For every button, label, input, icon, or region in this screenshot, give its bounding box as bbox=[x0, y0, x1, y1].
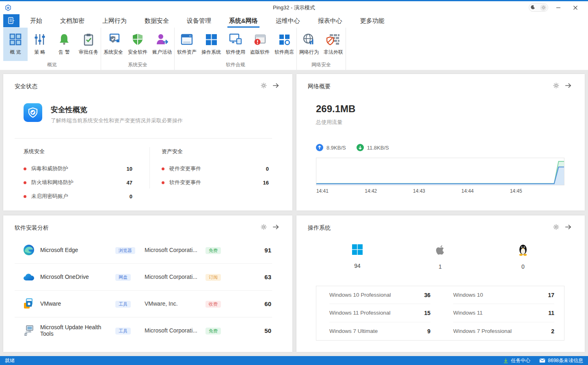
ribbon-item-illegal-connection[interactable]: 非法外联 bbox=[321, 28, 346, 61]
dashboard-content: 安全状态 安全性概览 了解终端当前系统安全性和资产变更情况并采取必要操作 系统安… bbox=[0, 70, 588, 356]
tab-web-behavior[interactable]: 上网行为 bbox=[93, 14, 136, 28]
ribbon-item-label: 软件商店 bbox=[275, 49, 294, 56]
software-row-vmware[interactable]: VMware 工具 VMware, Inc. 收费 60 bbox=[3, 290, 292, 317]
ribbon-item-account-activity[interactable]: 账户活动 bbox=[150, 28, 174, 61]
close-button[interactable] bbox=[569, 2, 582, 13]
ribbon-item-approval-tasks[interactable]: 审批任务 bbox=[76, 28, 101, 61]
tab-system-network[interactable]: 系统&网络 bbox=[220, 14, 267, 28]
upload-speed: 8.9KB/S bbox=[316, 144, 346, 151]
theme-toggle[interactable] bbox=[529, 3, 548, 12]
red-dot-icon bbox=[24, 181, 26, 184]
titlebar: Ping32 - 演示模式 bbox=[0, 1, 588, 14]
ribbon-group-label: 系统安全 bbox=[101, 61, 174, 70]
ribbon-item-software-store[interactable]: 软件商店 bbox=[272, 28, 296, 61]
arrow-right-icon[interactable] bbox=[272, 224, 279, 232]
os-version-row: Windows 10 17 bbox=[453, 286, 554, 304]
overview-grid-icon bbox=[9, 33, 22, 46]
security-stat-row[interactable]: 防火墙和网络防护 47 bbox=[24, 176, 132, 189]
download-speed-value: 11.8KB/S bbox=[367, 145, 389, 151]
tab-ops-center[interactable]: 运维中心 bbox=[267, 14, 309, 28]
stat-label: 病毒和威胁防护 bbox=[31, 165, 127, 172]
stat-value: 0 bbox=[130, 193, 132, 200]
ribbon-item-pirated-software[interactable]: 盗版软件 bbox=[248, 28, 272, 61]
chart-tick-label: 14:42 bbox=[365, 188, 377, 194]
software-row-edge[interactable]: Microsoft Edge 浏览器 Microsoft Corporati..… bbox=[3, 237, 292, 263]
platform-windows: 94 bbox=[316, 244, 399, 270]
sun-icon bbox=[540, 4, 547, 11]
platform-count: 1 bbox=[439, 263, 442, 270]
red-dot-icon bbox=[162, 181, 164, 184]
ribbon-item-operating-system[interactable]: 操作系统 bbox=[199, 28, 223, 61]
arrow-right-icon[interactable] bbox=[564, 82, 572, 91]
os-version-count: 2 bbox=[551, 328, 554, 335]
ribbon-item-label: 告 警 bbox=[58, 49, 69, 56]
license-tag: 订阅 bbox=[205, 274, 221, 281]
user-activity-icon bbox=[155, 33, 169, 46]
platform-count: 0 bbox=[521, 263, 525, 270]
traffic-chart[interactable] bbox=[316, 158, 564, 185]
gear-icon[interactable] bbox=[260, 224, 267, 232]
ribbon-group-network-security: 网络行为 非法外联 网络安全 bbox=[297, 28, 346, 70]
gear-icon[interactable] bbox=[260, 82, 267, 91]
security-stat-row[interactable]: 软件变更事件 16 bbox=[162, 176, 269, 189]
os-version-name: Windows 11 bbox=[453, 310, 483, 316]
platform-apple: 1 bbox=[399, 244, 482, 270]
ribbon-item-overview[interactable]: 概 览 bbox=[3, 28, 28, 61]
gear-icon[interactable] bbox=[553, 224, 560, 232]
arrow-right-icon[interactable] bbox=[272, 82, 279, 91]
tab-device-mgmt[interactable]: 设备管理 bbox=[178, 14, 220, 28]
tab-more-features[interactable]: 更多功能 bbox=[351, 14, 393, 28]
ribbon-item-label: 非法外联 bbox=[324, 49, 343, 56]
security-stat-row[interactable]: 未启用密码账户 0 bbox=[24, 189, 132, 203]
task-center-button[interactable]: 任务中心 bbox=[503, 357, 530, 364]
globe-stats-icon bbox=[302, 33, 316, 46]
red-dot-icon bbox=[162, 167, 164, 170]
software-vendor: Microsoft Corporati... bbox=[145, 247, 205, 253]
category-tag: 工具 bbox=[115, 301, 131, 308]
ribbon-item-label: 策 略 bbox=[34, 49, 45, 56]
ribbon-item-alert[interactable]: 告 警 bbox=[52, 28, 76, 61]
arrow-right-icon[interactable] bbox=[564, 224, 572, 232]
os-version-row: Windows 10 Professional 36 bbox=[329, 286, 430, 304]
divider bbox=[149, 147, 150, 189]
tab-report-center[interactable]: 报表中心 bbox=[309, 14, 351, 28]
ribbon-item-software-asset[interactable]: 软件资产 bbox=[175, 28, 199, 61]
security-stat-row[interactable]: 病毒和威胁防护 10 bbox=[24, 162, 132, 176]
ribbon-item-system-security[interactable]: 系统安全 bbox=[101, 28, 125, 61]
unread-messages-button[interactable]: 8698条未读信息 bbox=[539, 357, 583, 364]
stat-label: 防火墙和网络防护 bbox=[31, 179, 127, 186]
ribbon-item-policy[interactable]: 策 略 bbox=[28, 28, 52, 61]
ribbon-item-software-usage[interactable]: 软件使用 bbox=[223, 28, 248, 61]
software-row-onedrive[interactable]: Microsoft OneDrive 网盘 Microsoft Corporat… bbox=[3, 263, 292, 290]
category-tag: 浏览器 bbox=[115, 247, 135, 254]
minimize-button[interactable] bbox=[551, 2, 565, 13]
download-tray-icon bbox=[503, 358, 508, 363]
os-version-name: Windows 7 Professional bbox=[453, 328, 512, 334]
tab-home[interactable]: 开始 bbox=[21, 14, 51, 28]
main-menu-button[interactable] bbox=[3, 14, 19, 27]
onedrive-logo-icon bbox=[23, 273, 35, 281]
panel-title: 安全状态 bbox=[15, 83, 37, 90]
security-stat-row[interactable]: 硬件变更事件 0 bbox=[162, 162, 269, 176]
ribbon-item-label: 盗版软件 bbox=[250, 49, 270, 56]
security-shield-icon bbox=[24, 103, 42, 122]
security-overview-subtitle: 了解终端当前系统安全性和资产变更情况并采取必要操作 bbox=[51, 117, 183, 124]
license-tag: 免费 bbox=[205, 328, 221, 335]
gear-icon[interactable] bbox=[553, 82, 560, 91]
software-row-update-health-tools[interactable]: Microsoft Update Health Tools 工具 Microso… bbox=[3, 317, 292, 344]
ribbon-item-security-software[interactable]: 安全软件 bbox=[125, 28, 150, 61]
software-name: Microsoft OneDrive bbox=[40, 274, 115, 280]
unread-messages-label: 8698条未读信息 bbox=[548, 357, 583, 364]
windows-logo-icon bbox=[352, 244, 363, 257]
divider bbox=[15, 138, 272, 139]
linux-tux-icon bbox=[518, 244, 528, 258]
panel-title: 软件安装分析 bbox=[15, 224, 49, 232]
ribbon-item-network-behavior[interactable]: 网络行为 bbox=[297, 28, 321, 61]
stat-value: 47 bbox=[127, 180, 132, 186]
tab-doc-encrypt[interactable]: 文档加密 bbox=[51, 14, 93, 28]
tab-data-security[interactable]: 数据安全 bbox=[136, 14, 178, 28]
stat-value: 10 bbox=[127, 166, 132, 172]
status-bar: 就绪 任务中心 8698条未读信息 bbox=[0, 356, 588, 365]
total-traffic-value: 269.1MB bbox=[316, 103, 355, 115]
category-tag: 工具 bbox=[115, 328, 131, 335]
